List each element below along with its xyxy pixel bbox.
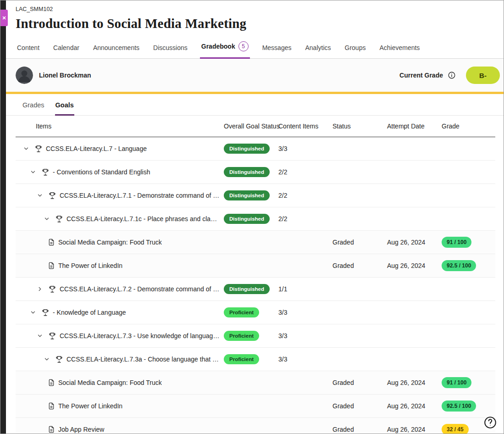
content-items-count: 3/3 [278,309,332,316]
close-course-peek-button[interactable]: ✕ [0,10,8,26]
table-header: ItemsOverall Goal StatusContent ItemsSta… [16,116,495,137]
column-header: Attempt Date [387,122,442,130]
goal-label: - Knowledge of Language [53,309,130,316]
current-grade-group: Current Grade B- [399,67,500,84]
column-header: Items [16,122,224,130]
item-row[interactable]: The Power of LinkedIn Graded Aug 26, 202… [16,395,495,418]
tab-achievements[interactable]: Achievements [378,40,421,59]
content-items-count: 2/2 [278,215,332,223]
tab-content[interactable]: Content [16,40,41,59]
attempt-date: Aug 26, 2024 [387,239,442,246]
goal-icon [55,355,63,363]
goal-row[interactable]: - Knowledge of Language Proficient 3/3 [16,301,495,324]
item-row[interactable]: The Power of LinkedIn Graded Aug 26, 202… [16,254,495,278]
tab-count-badge: 5 [238,41,249,51]
content-items-count: 3/3 [278,145,332,152]
grade-pill: 91 / 100 [442,237,471,248]
goal-row[interactable]: CCSS.ELA-Literacy.L.7.1 - Demonstrate co… [16,184,495,207]
goal-icon [48,285,56,293]
tab-label: Discussions [153,44,188,51]
item-row[interactable]: Social Media Campaign: Food Truck Graded… [16,231,495,254]
item-row[interactable]: Social Media Campaign: Food Truck Graded… [16,371,495,395]
current-grade-pill: B- [466,67,500,84]
chevron-down-icon[interactable] [35,190,45,200]
chevron-down-icon[interactable] [42,214,52,224]
tab-groups[interactable]: Groups [343,40,367,59]
tab-messages[interactable]: Messages [261,40,293,59]
goal-label: CCSS.ELA-Literacy.L.7.3a - Choose langua… [66,356,224,363]
column-header: Grade [442,122,496,130]
tab-announcements[interactable]: Announcements [92,40,141,59]
item-status: Graded [332,239,387,246]
document-icon [48,426,55,433]
goal-label: CCSS.ELA-Literacy.L.7.1 - Demonstrate co… [60,192,224,199]
page-title: Introduction to Social Media Marketing [16,16,495,31]
document-icon [48,402,55,410]
goal-status-badge: Distinguished [224,167,270,177]
tab-label: Content [17,44,39,51]
help-button[interactable] [483,416,498,431]
goal-label: CCSS.ELA-Literacy.L.7.1c - Place phrases… [66,215,224,223]
goal-row[interactable]: - Conventions of Standard English Distin… [16,161,495,184]
chevron-down-icon[interactable] [21,144,31,154]
goal-row[interactable]: CCSS.ELA-Literacy.L.7.3a - Choose langua… [16,348,495,371]
item-status: Graded [332,402,387,410]
goal-label: - Conventions of Standard English [53,168,154,176]
tab-label: Announcements [93,44,139,51]
collapsed-sidebar: ✕ [0,0,6,434]
chevron-down-icon[interactable] [28,167,38,177]
goal-status-badge: Proficient [224,307,259,317]
tab-label: Gradebook [201,43,235,50]
grade-pill: 32 / 45 [442,424,469,434]
tab-label: Groups [345,44,366,51]
chevron-down-icon[interactable] [35,331,45,341]
avatar [16,67,33,84]
tab-label: Messages [262,44,292,51]
course-nav: Content Calendar Announcements Discussio… [6,31,504,59]
goal-status-badge: Distinguished [224,190,270,200]
tab-gradebook[interactable]: Gradebook 5 [200,38,250,59]
tab-label: Analytics [305,44,331,51]
info-icon[interactable] [448,71,456,79]
goals-table: ItemsOverall Goal StatusContent ItemsSta… [16,116,495,434]
attempt-date: Aug 26, 2024 [387,426,442,433]
content-items-count: 1/1 [278,285,332,293]
content-items-count: 3/3 [278,332,332,339]
item-row[interactable]: Job App Review Graded Aug 26, 2024 32 / … [16,418,495,434]
attempt-date: Aug 26, 2024 [387,402,442,410]
item-label: The Power of LinkedIn [58,262,126,269]
subtab-grades[interactable]: Grades [22,94,45,116]
item-label: Job App Review [58,426,108,433]
item-label: Social Media Campaign: Food Truck [58,379,166,386]
goal-icon [41,308,50,317]
close-icon: ✕ [2,15,6,21]
column-header: Content Items [278,122,332,130]
goal-icon [41,168,50,176]
chevron-right-icon[interactable] [35,284,45,294]
goals-table-body: CCSS.ELA-Literacy.L.7 - Language Disting… [16,137,495,434]
course-header: LAC_SMM102 Introduction to Social Media … [6,0,504,31]
column-header: Status [332,122,387,130]
goal-status-badge: Distinguished [224,284,270,294]
goal-row[interactable]: CCSS.ELA-Literacy.L.7.3 - Use knowledge … [16,324,495,348]
content-items-count: 2/2 [278,192,332,199]
course-id: LAC_SMM102 [16,6,495,12]
tab-calendar[interactable]: Calendar [52,40,81,59]
goal-icon [48,332,56,340]
goal-row[interactable]: CCSS.ELA-Literacy.L.7 - Language Disting… [16,137,495,161]
goal-icon [34,145,43,153]
student-name: Lionel Brockman [39,72,91,79]
goal-label: CCSS.ELA-Literacy.L.7.2 - Demonstrate co… [60,285,224,293]
goal-row[interactable]: CCSS.ELA-Literacy.L.7.1c - Place phrases… [16,207,495,231]
document-icon [48,379,55,386]
tab-analytics[interactable]: Analytics [304,40,332,59]
goal-row[interactable]: CCSS.ELA-Literacy.L.7.2 - Demonstrate co… [16,278,495,301]
subtab-goals[interactable]: Goals [55,94,74,116]
goal-label: CCSS.ELA-Literacy.L.7.3 - Use knowledge … [60,332,224,339]
chevron-down-icon[interactable] [42,354,52,364]
chevron-down-icon[interactable] [28,307,38,317]
document-icon [48,262,55,269]
tab-discussions[interactable]: Discussions [152,40,189,59]
item-label: Social Media Campaign: Food Truck [58,239,166,246]
tab-label: Achievements [379,44,420,51]
